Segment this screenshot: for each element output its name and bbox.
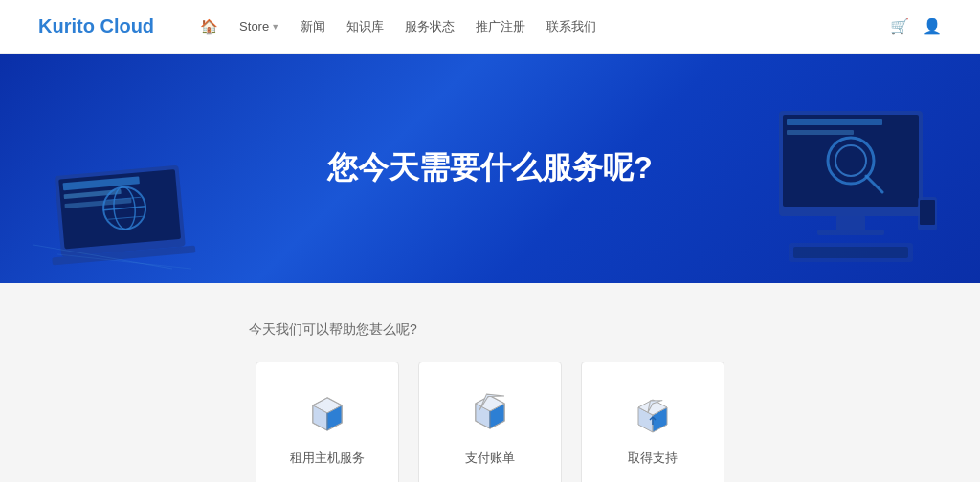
section-title: 今天我们可以帮助您甚么呢? [249,321,417,339]
hero-right-illustration [741,92,951,283]
store-arrow-icon: ▼ [271,22,279,32]
svg-rect-16 [787,130,854,135]
svg-rect-20 [836,216,865,230]
nav-home[interactable]: 🏠 [192,14,226,39]
payment-icon [466,390,514,438]
svg-rect-25 [920,200,935,225]
card-server[interactable]: 租用主机服务 [256,362,399,482]
user-icon[interactable]: 👤 [923,17,942,35]
nav-store[interactable]: Store ▼ [232,15,287,37]
svg-rect-15 [787,119,882,125]
svg-rect-14 [783,115,919,207]
logo[interactable]: Kurito Cloud [38,15,154,37]
svg-rect-23 [793,247,908,258]
card-payment-label: 支付账单 [465,449,515,467]
header: Kurito Cloud 🏠 Store ▼ 新闻 知识库 服务状态 推广注册 … [0,0,980,54]
svg-rect-21 [817,230,884,235]
header-icons: 🛒 👤 [890,17,942,35]
cart-icon[interactable]: 🛒 [890,17,909,35]
hero-title: 您今天需要什么服务呢? [327,147,653,189]
hero-banner: 您今天需要什么服务呢? [0,54,980,283]
nav-contact[interactable]: 联系我们 [539,14,604,39]
hero-left-illustration [29,92,220,283]
card-support-label: 取得支持 [628,449,678,467]
nav-kb[interactable]: 知识库 [339,14,391,39]
card-server-label: 租用主机服务 [290,449,365,467]
nav-affiliate[interactable]: 推广注册 [468,14,533,39]
nav-status[interactable]: 服务状态 [397,14,462,39]
card-payment[interactable]: 支付账单 [418,362,562,482]
content-section: 今天我们可以帮助您甚么呢? 租用主机服务 [0,283,980,482]
nav-news[interactable]: 新闻 [293,14,333,39]
cards-row: 租用主机服务 支付账单 [256,362,724,482]
card-support[interactable]: 取得支持 [581,362,724,482]
main-nav: 🏠 Store ▼ 新闻 知识库 服务状态 推广注册 联系我们 [192,14,890,39]
server-icon [303,390,351,438]
support-icon [629,390,677,438]
